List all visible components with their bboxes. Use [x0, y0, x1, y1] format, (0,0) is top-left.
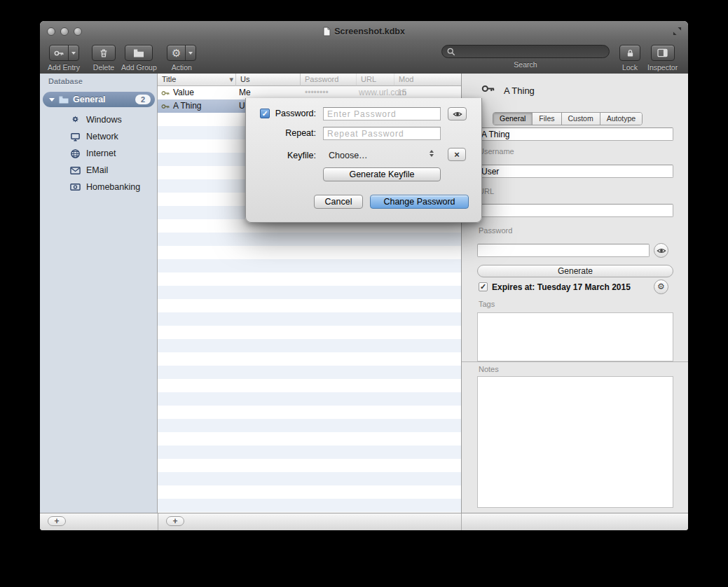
search-field[interactable]	[441, 45, 610, 58]
search-input[interactable]	[458, 46, 604, 57]
sidebar-item-email[interactable]: EMail	[40, 162, 158, 179]
sheet-password-label: Password:	[273, 109, 316, 118]
add-entry-label: Add Entry	[48, 63, 80, 71]
inspector-separator	[462, 361, 688, 362]
sidebar-item-label: Homebanking	[86, 182, 140, 192]
inspector-button[interactable]	[651, 45, 675, 61]
screen: Screenshot.kdbx Add Entry Delete	[0, 0, 728, 587]
change-password-button[interactable]: Change Password	[370, 195, 469, 209]
inspector-entry-title: A Thing	[504, 85, 535, 96]
sheet-keyfile-label: Keyfile:	[273, 151, 316, 160]
action-group: ⚙ Action	[167, 45, 196, 71]
inspector-group: Inspector	[647, 45, 678, 71]
delete-group: Delete	[92, 45, 116, 71]
expires-checkbox[interactable]: ✓	[479, 282, 488, 291]
key-icon	[50, 46, 68, 60]
add-entry-button[interactable]	[49, 45, 79, 61]
tab-autotype[interactable]: Autotype	[600, 113, 642, 125]
sidebar-item-windows[interactable]: Windows	[40, 111, 158, 128]
password-enable-checkbox[interactable]: ✓	[260, 109, 270, 118]
sidebar-item-network[interactable]: Network	[40, 128, 158, 145]
folder-icon	[133, 48, 144, 58]
sidebar-group-label: General	[73, 95, 135, 104]
bottom-bar: + +	[40, 513, 688, 530]
popup-stepper-icon[interactable]	[430, 150, 434, 157]
lock-label: Lock	[622, 63, 638, 71]
key-icon	[481, 82, 495, 98]
delete-label: Delete	[93, 63, 114, 71]
title-field[interactable]	[477, 127, 673, 141]
checkmark-icon: ✓	[480, 282, 486, 291]
search-icon	[447, 48, 455, 56]
delete-button[interactable]	[92, 45, 116, 61]
sidebar-group-general[interactable]: General 2	[43, 92, 155, 107]
key-icon	[161, 86, 170, 99]
cancel-button[interactable]: Cancel	[314, 195, 363, 209]
add-entry-dropdown[interactable]	[68, 46, 78, 60]
keyfile-popup[interactable]: Choose…	[329, 151, 368, 160]
lock-button[interactable]	[619, 45, 640, 61]
pane-divider	[158, 513, 158, 530]
password-label: Password	[479, 226, 512, 235]
sidebar-item-label: EMail	[86, 165, 108, 175]
notes-label: Notes	[479, 365, 499, 373]
gear-icon: ⚙	[167, 46, 185, 60]
chevron-down-icon	[71, 52, 76, 55]
add-group-label: Add Group	[121, 63, 157, 71]
add-group-plus-button[interactable]: +	[48, 516, 66, 526]
column-header-password[interactable]: Password	[301, 74, 357, 86]
toolbar: Add Entry Delete Add Group ⚙ Actio	[40, 42, 688, 74]
fullscreen-icon[interactable]	[673, 27, 682, 36]
sheet-reveal-password-button[interactable]	[448, 107, 467, 120]
sidebar-header: Database	[48, 77, 83, 85]
lock-group: Lock	[619, 45, 640, 71]
column-header-title[interactable]: Title ▾	[158, 74, 236, 86]
tab-files[interactable]: Files	[533, 113, 561, 125]
gear-icon: ⚙	[657, 282, 665, 292]
password-field[interactable]	[477, 244, 650, 257]
checkmark-icon: ✓	[261, 109, 268, 118]
column-header-url[interactable]: URL	[357, 74, 394, 86]
url-field[interactable]	[477, 204, 673, 217]
sidebar-item-homebanking[interactable]: Homebanking	[40, 179, 158, 195]
title-bar[interactable]: Screenshot.kdbx	[40, 21, 688, 42]
notes-field[interactable]	[477, 376, 673, 508]
sidebar-item-internet[interactable]: Internet	[40, 145, 158, 162]
document-icon	[323, 27, 331, 36]
clear-keyfile-button[interactable]: ×	[448, 148, 466, 161]
sheet-repeat-label: Repeat:	[273, 128, 316, 138]
entry-title: A Thing	[173, 99, 201, 113]
reveal-password-button[interactable]	[654, 243, 668, 258]
action-dropdown[interactable]	[185, 46, 195, 60]
entry-count-badge: 2	[135, 95, 151, 104]
username-field[interactable]	[477, 165, 673, 178]
add-entry-plus-button[interactable]: +	[166, 516, 184, 526]
close-icon: ×	[454, 149, 460, 160]
add-group-button[interactable]	[125, 45, 153, 61]
entry-title: Value	[173, 86, 194, 99]
action-button[interactable]: ⚙	[167, 45, 196, 61]
disclosure-triangle-icon[interactable]	[49, 98, 55, 102]
windows-icon	[69, 115, 81, 125]
expires-options-button[interactable]: ⚙	[654, 279, 668, 294]
add-entry-group: Add Entry	[48, 45, 80, 71]
column-header-modified[interactable]: Mod	[394, 74, 461, 86]
expires-label: Expires at: Tuesday 17 March 2015	[492, 282, 631, 292]
tags-label: Tags	[479, 300, 495, 308]
column-header-username[interactable]: Us	[236, 74, 301, 86]
generate-password-button[interactable]: Generate	[477, 265, 673, 277]
generate-keyfile-button[interactable]: Generate Keyfile	[323, 167, 441, 181]
inspector-tabs: General Files Custom Autotype	[493, 112, 643, 125]
trash-icon	[99, 48, 109, 58]
envelope-icon	[69, 166, 81, 175]
tab-custom[interactable]: Custom	[562, 113, 600, 125]
tags-field[interactable]	[477, 312, 673, 361]
username-label: Username	[479, 147, 514, 156]
pane-divider	[461, 513, 462, 530]
tab-general[interactable]: General	[493, 113, 533, 125]
lock-icon	[626, 48, 635, 58]
chevron-down-icon	[188, 52, 193, 55]
sheet-password-input[interactable]	[323, 107, 441, 120]
sheet-repeat-input[interactable]	[323, 127, 441, 140]
folder-icon	[58, 95, 69, 104]
